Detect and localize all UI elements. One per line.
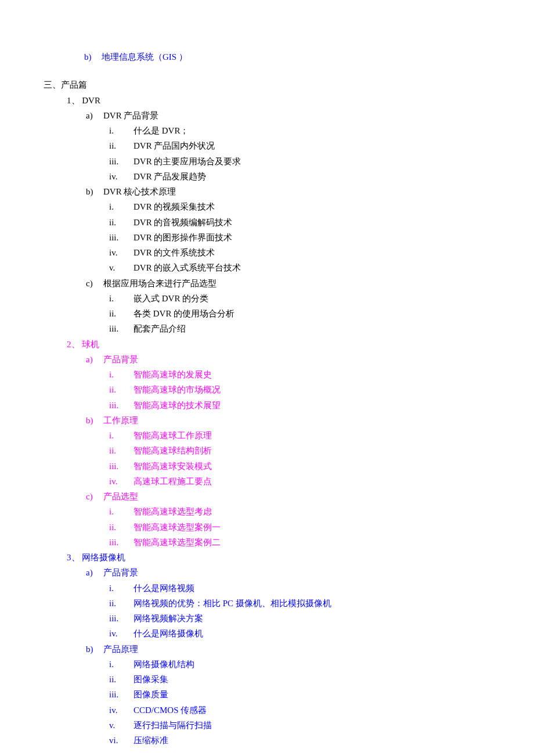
outline-item: ii. 各类 DVR 的使用场合分析 <box>109 306 490 321</box>
outline-text: DVR 产品背景 <box>103 111 158 120</box>
outline-text: 网络摄像机结构 <box>134 660 194 669</box>
outline-text: 产品选型 <box>103 492 138 501</box>
outline-text: 智能高速球工作原理 <box>134 431 212 440</box>
outline-item: v. 逐行扫描与隔行扫描 <box>109 718 490 733</box>
marker: b) <box>86 642 103 657</box>
marker: iii. <box>109 535 134 550</box>
outline-item: ii. 图像采集 <box>109 672 490 687</box>
outline-subsection: a) 产品背景 <box>86 352 490 367</box>
marker: i. <box>109 657 134 672</box>
marker: ii. <box>109 672 134 687</box>
outline-text: DVR 核心技术原理 <box>103 187 176 196</box>
outline-item: ii. DVR 的音视频编解码技术 <box>109 215 490 230</box>
outline-text: 智能高速球安装模式 <box>134 462 212 471</box>
marker: a) <box>86 352 103 367</box>
marker: iii. <box>109 154 134 169</box>
marker: i. <box>109 199 134 214</box>
marker: ii. <box>109 306 134 321</box>
outline-subsection: c) 产品选型 <box>86 489 490 504</box>
outline-item: i. 什么是网络视频 <box>109 581 490 596</box>
outline-text: 什么是 DVR； <box>134 126 189 135</box>
marker: ii. <box>109 443 134 458</box>
outline-item: i. 智能高速球选型考虑 <box>109 504 490 519</box>
marker: i. <box>109 123 134 138</box>
outline-text: 高速球工程施工要点 <box>134 477 212 486</box>
outline-text: DVR <box>80 96 100 105</box>
marker: i. <box>109 581 134 596</box>
outline-item: i. DVR 的视频采集技术 <box>109 199 490 214</box>
outline-item: iv. DVR 产品发展趋势 <box>109 169 490 184</box>
outline-item: iii. DVR 的图形操作界面技术 <box>109 230 490 245</box>
marker: iv. <box>109 626 134 641</box>
marker: iii. <box>109 687 134 702</box>
outline-text: 智能高速球的发展史 <box>134 370 212 379</box>
outline-text: 网络摄像机 <box>80 553 126 562</box>
outline-item: i. 智能高速球的发展史 <box>109 367 490 382</box>
outline-subsection: b) DVR 核心技术原理 <box>86 184 490 199</box>
outline-text: DVR 产品发展趋势 <box>134 172 206 181</box>
outline-text: 智能高速球结构剖析 <box>134 446 212 455</box>
marker: iii. <box>109 611 134 626</box>
document-outline-page: b) 地理信息系统（GIS ）三、产品篇1、 DVRa) DVR 产品背景i. … <box>44 49 490 748</box>
outline-item: ii. 智能高速球结构剖析 <box>109 443 490 458</box>
outline-item: ii. DVR 产品国内外状况 <box>109 138 490 153</box>
marker: b) <box>86 184 103 199</box>
outline-text: 网络视频解决方案 <box>134 614 203 623</box>
marker: iv. <box>109 703 134 718</box>
outline-text: 压缩标准 <box>134 736 168 745</box>
section-heading: 三、产品篇 <box>44 77 490 92</box>
marker: c) <box>86 489 103 504</box>
outline-subsection: c) 根据应用场合来进行产品选型 <box>86 276 490 291</box>
marker: iv. <box>109 169 134 184</box>
outline-text: 产品背景 <box>103 568 138 577</box>
marker: iii. <box>109 398 134 413</box>
outline-text: 地理信息系统（GIS ） <box>102 52 187 62</box>
outline-item: i. 智能高速球工作原理 <box>109 428 490 443</box>
outline-text: DVR 的文件系统技术 <box>134 248 215 257</box>
outline-text: DVR 的音视频编解码技术 <box>134 218 232 227</box>
outline-text: DVR 的主要应用场合及要求 <box>134 157 241 166</box>
outline-text: 网络视频的优势：相比 PC 摄像机、相比模拟摄像机 <box>134 599 331 608</box>
outline-item: iv. CCD/CMOS 传感器 <box>109 703 490 718</box>
marker: ii. <box>109 138 134 153</box>
outline-text: 智能高速球选型考虑 <box>134 507 212 516</box>
outline-text: DVR 产品国内外状况 <box>134 141 215 150</box>
outline-text: 根据应用场合来进行产品选型 <box>103 279 217 288</box>
marker: ii. <box>109 520 134 535</box>
outline-item: i. 什么是 DVR； <box>109 123 490 138</box>
marker: iii. <box>109 321 134 336</box>
marker: iii. <box>109 230 134 245</box>
outline-item: iii. DVR 的主要应用场合及要求 <box>109 154 490 169</box>
marker: i. <box>109 504 134 519</box>
marker: i. <box>109 428 134 443</box>
outline-item: iii. 网络视频解决方案 <box>109 611 490 626</box>
outline-item: iv. DVR 的文件系统技术 <box>109 245 490 260</box>
outline-text: 产品原理 <box>103 645 138 654</box>
outline-text: 各类 DVR 的使用场合分析 <box>134 309 234 318</box>
marker: 1、 <box>67 93 80 108</box>
outline-item: ii. 网络视频的优势：相比 PC 摄像机、相比模拟摄像机 <box>109 596 490 611</box>
outline-item: iii. 智能高速球的技术展望 <box>109 398 490 413</box>
outline-text: DVR 的图形操作界面技术 <box>134 233 232 242</box>
marker: ii. <box>109 596 134 611</box>
outline-section: 3、 网络摄像机 <box>67 550 490 565</box>
marker: i. <box>109 367 134 382</box>
outline-text: 图像质量 <box>134 690 168 699</box>
outline-item: b) 地理信息系统（GIS ） <box>84 49 490 64</box>
outline-text: 什么是网络视频 <box>134 584 194 593</box>
outline-text: 智能高速球的技术展望 <box>134 401 221 410</box>
outline-item: vi. 压缩标准 <box>109 733 490 748</box>
outline-text: 嵌入式 DVR 的分类 <box>134 294 208 303</box>
outline-text: 逐行扫描与隔行扫描 <box>134 721 212 730</box>
outline-subsection: a) DVR 产品背景 <box>86 108 490 123</box>
outline-subsection: b) 产品原理 <box>86 642 490 657</box>
outline-item: iii. 配套产品介绍 <box>109 321 490 336</box>
outline-text: 工作原理 <box>103 416 138 425</box>
outline-text: DVR 的视频采集技术 <box>134 202 215 211</box>
outline-item: iii. 图像质量 <box>109 687 490 702</box>
outline-subsection: a) 产品背景 <box>86 565 490 580</box>
marker: 3、 <box>67 550 80 565</box>
outline-item: iv. 什么是网络摄像机 <box>109 626 490 641</box>
outline-section: 1、 DVR <box>67 93 490 108</box>
outline-item: v. DVR 的嵌入式系统平台技术 <box>109 260 490 275</box>
